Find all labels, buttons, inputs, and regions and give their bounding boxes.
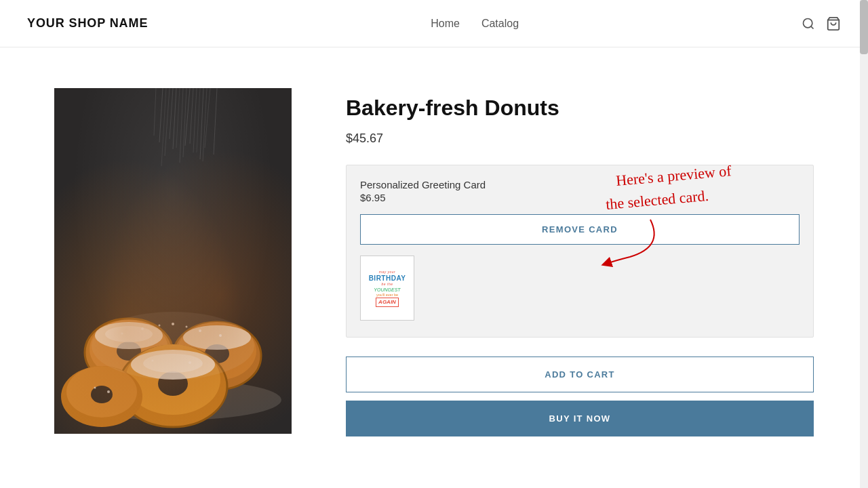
svg-point-35 — [125, 344, 220, 415]
svg-line-20 — [203, 88, 207, 161]
svg-line-10 — [200, 88, 203, 159]
product-details: Bakery-fresh Donuts $45.67 Personalized … — [346, 88, 814, 436]
svg-point-32 — [183, 325, 251, 350]
svg-point-30 — [178, 322, 256, 380]
svg-line-12 — [214, 88, 217, 155]
svg-point-29 — [173, 322, 261, 390]
donut-illustration — [54, 88, 292, 434]
svg-point-37 — [131, 350, 215, 380]
nav-catalog[interactable]: Catalog — [481, 18, 519, 30]
svg-line-14 — [161, 88, 166, 166]
svg-point-49 — [219, 334, 222, 337]
svg-rect-3 — [54, 88, 292, 434]
svg-point-41 — [91, 386, 113, 403]
greeting-card-price: $6.95 — [360, 192, 486, 203]
cart-button[interactable] — [826, 16, 841, 31]
svg-point-36 — [158, 371, 188, 396]
svg-point-39 — [61, 366, 142, 427]
svg-line-11 — [205, 88, 210, 148]
svg-point-45 — [172, 323, 174, 325]
svg-point-48 — [121, 333, 123, 335]
svg-line-15 — [170, 88, 173, 139]
svg-point-25 — [117, 342, 141, 361]
svg-point-51 — [94, 387, 96, 389]
shop-name: YOUR SHOP NAME — [27, 16, 148, 30]
header-icons — [802, 16, 841, 31]
svg-point-24 — [90, 320, 168, 378]
svg-point-52 — [189, 361, 191, 364]
product-title: Bakery-fresh Donuts — [346, 95, 814, 121]
svg-line-8 — [185, 88, 190, 146]
svg-point-46 — [186, 326, 188, 328]
svg-point-50 — [107, 390, 110, 393]
svg-line-16 — [176, 88, 180, 148]
svg-point-28 — [173, 322, 261, 390]
search-button[interactable] — [802, 17, 815, 30]
svg-point-27 — [105, 326, 153, 342]
svg-point-40 — [66, 366, 137, 418]
card-line1: may your — [379, 270, 396, 274]
svg-point-23 — [85, 319, 173, 386]
svg-point-38 — [143, 354, 203, 373]
buy-it-now-button[interactable]: BUY IT NOW — [346, 401, 814, 436]
card-line6: AGAIN — [376, 298, 399, 307]
svg-point-47 — [199, 329, 201, 332]
product-image — [54, 88, 292, 434]
svg-point-31 — [205, 344, 229, 363]
svg-point-26 — [95, 322, 163, 349]
svg-line-4 — [159, 88, 163, 142]
svg-line-9 — [193, 88, 197, 152]
nav-home[interactable]: Home — [431, 18, 460, 30]
greeting-card-label: Personalized Greeting Card — [360, 179, 486, 190]
svg-point-33 — [119, 346, 227, 427]
svg-point-42 — [92, 312, 254, 380]
svg-line-13 — [154, 88, 156, 136]
svg-line-17 — [183, 88, 186, 157]
scrollbar[interactable] — [860, 0, 868, 477]
cart-icon — [826, 16, 841, 31]
main-nav: Home Catalog — [431, 18, 519, 30]
search-icon — [802, 17, 815, 30]
card-line2: BIRTHDAY — [369, 274, 406, 282]
card-preview-inner: may your BIRTHDAY be the YOUNGEST you'll… — [362, 258, 412, 319]
svg-line-19 — [197, 88, 200, 152]
svg-line-1 — [811, 26, 814, 28]
svg-point-43 — [141, 327, 144, 330]
svg-line-5 — [165, 88, 170, 156]
card-line4: YOUNGEST — [374, 287, 400, 293]
card-preview: may your BIRTHDAY be the YOUNGEST you'll… — [360, 256, 414, 321]
card-line5: you'll ever be — [376, 293, 398, 298]
greeting-card-info: Personalized Greeting Card $6.95 — [360, 179, 800, 203]
svg-point-53 — [152, 360, 154, 362]
svg-point-0 — [803, 18, 812, 27]
product-price: $45.67 — [346, 131, 814, 146]
greeting-card-section: Personalized Greeting Card $6.95 REMOVE … — [346, 165, 814, 338]
svg-line-6 — [173, 88, 176, 149]
main-content: Bakery-fresh Donuts $45.67 Personalized … — [27, 88, 841, 436]
svg-point-34 — [119, 346, 227, 427]
svg-point-44 — [159, 325, 161, 327]
scrollbar-thumb — [860, 0, 868, 54]
svg-line-18 — [190, 88, 193, 144]
remove-card-button[interactable]: REMOVE CARD — [360, 214, 800, 245]
add-to-cart-button[interactable]: ADD TO CART — [346, 357, 814, 392]
svg-point-22 — [85, 319, 173, 386]
product-image-container — [54, 88, 292, 434]
svg-point-21 — [64, 380, 281, 420]
header: YOUR SHOP NAME Home Catalog — [0, 0, 868, 47]
card-line3: be the — [382, 282, 393, 287]
svg-line-7 — [180, 88, 183, 163]
